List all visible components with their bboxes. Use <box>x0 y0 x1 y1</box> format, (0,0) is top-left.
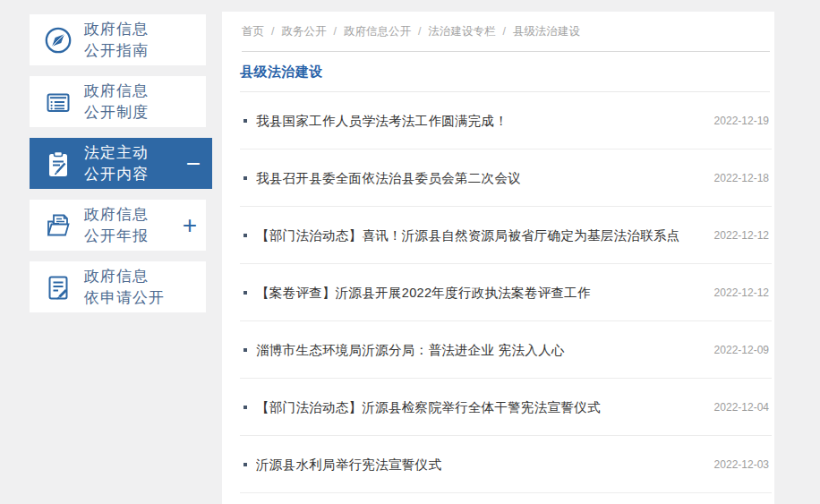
article-row[interactable]: 【部门法治动态】沂源县检察院举行全体干警宪法宣誓仪式 2022-12-04 <box>222 379 774 436</box>
page-title-row: 县级法治建设 <box>240 52 770 92</box>
article-title[interactable]: 我县国家工作人员学法考法工作圆满完成！ <box>256 113 702 130</box>
breadcrumb: 首页 / 政务公开 / 政府信息公开 / 法治建设专栏 / 县级法治建设 <box>242 12 770 52</box>
breadcrumb-item-home[interactable]: 首页 <box>242 24 264 39</box>
breadcrumb-separator: / <box>418 25 421 38</box>
collapse-toggle[interactable]: − <box>186 151 201 176</box>
bullet-icon <box>243 348 247 352</box>
article-row[interactable]: 沂源县水利局举行宪法宣誓仪式 2022-12-03 <box>222 436 774 493</box>
article-row[interactable]: 我县国家工作人员学法考法工作圆满完成！ 2022-12-19 <box>222 92 774 149</box>
breadcrumb-separator: / <box>333 25 336 38</box>
breadcrumb-item-gov-info[interactable]: 政府信息公开 <box>344 24 411 39</box>
page-title: 县级法治建设 <box>240 64 323 81</box>
sidebar-item-annual-report[interactable]: 政府信息 公开年报 + <box>30 200 206 251</box>
sidebar-item-system[interactable]: 政府信息 公开制度 <box>30 76 206 127</box>
bullet-icon <box>243 291 247 295</box>
sidebar-item-label: 政府信息 依申请公开 <box>84 266 165 309</box>
article-title[interactable]: 沂源县水利局举行宪法宣誓仪式 <box>256 457 702 474</box>
breadcrumb-separator: / <box>271 25 274 38</box>
article-date: 2022-12-12 <box>714 229 769 242</box>
sidebar-item-label: 政府信息 公开指南 <box>84 19 149 62</box>
article-date: 2022-12-19 <box>714 115 769 127</box>
article-row[interactable]: 淄博市生态环境局沂源分局：普法进企业 宪法入人心 2022-12-09 <box>222 321 774 379</box>
sidebar-item-application-disclosure[interactable]: 政府信息 依申请公开 <box>30 261 206 312</box>
bullet-icon <box>243 119 247 123</box>
article-date: 2022-12-03 <box>714 458 769 471</box>
breadcrumb-item-gov-affairs[interactable]: 政务公开 <box>281 24 326 39</box>
breadcrumb-item-rule-of-law[interactable]: 法治建设专栏 <box>428 24 495 39</box>
article-date: 2022-12-18 <box>714 172 769 184</box>
list-document-icon <box>40 84 76 120</box>
sidebar-item-guide[interactable]: 政府信息 公开指南 <box>30 14 206 65</box>
article-date: 2022-12-09 <box>714 344 769 356</box>
article-title[interactable]: 淄博市生态环境局沂源分局：普法进企业 宪法入人心 <box>256 342 702 359</box>
article-title[interactable]: 【案卷评查】沂源县开展2022年度行政执法案卷评查工作 <box>256 285 702 302</box>
clipboard-pen-icon <box>40 146 76 182</box>
article-title[interactable]: 【部门法治动态】沂源县检察院举行全体干警宪法宣誓仪式 <box>256 399 702 416</box>
sidebar-item-active-disclosure[interactable]: 法定主动 公开内容 − <box>30 138 212 189</box>
sidebar-item-label: 政府信息 公开年报 <box>84 204 149 247</box>
document-pen-icon <box>40 269 76 305</box>
breadcrumb-separator: / <box>502 25 505 38</box>
article-title[interactable]: 我县召开县委全面依法治县委员会第二次会议 <box>256 170 702 187</box>
bullet-icon <box>243 176 247 180</box>
article-row[interactable]: 【案卷评查】沂源县开展2022年度行政执法案卷评查工作 2022-12-12 <box>222 264 774 321</box>
article-date: 2022-12-04 <box>714 401 769 414</box>
sidebar-item-label: 法定主动 公开内容 <box>84 142 149 185</box>
article-date: 2022-12-12 <box>714 286 769 299</box>
article-row[interactable]: 我县召开县委全面依法治县委员会第二次会议 2022-12-18 <box>222 149 774 207</box>
article-title[interactable]: 【部门法治动态】喜讯！沂源县自然资源局被省厅确定为基层法治联系点 <box>256 227 702 244</box>
bullet-icon <box>243 406 247 409</box>
bullet-icon <box>243 234 247 237</box>
sidebar: 政府信息 公开指南 政府信息 公开制度 <box>30 14 212 323</box>
compass-icon <box>40 22 76 58</box>
article-list: 我县国家工作人员学法考法工作圆满完成！ 2022-12-19 我县召开县委全面依… <box>222 92 774 493</box>
article-row[interactable]: 【部门法治动态】喜讯！沂源县自然资源局被省厅确定为基层法治联系点 2022-12… <box>222 207 774 264</box>
sidebar-item-label: 政府信息 公开制度 <box>84 81 149 124</box>
breadcrumb-item-current: 县级法治建设 <box>513 24 580 39</box>
folder-document-icon <box>40 208 76 243</box>
expand-toggle[interactable]: + <box>183 213 197 238</box>
content-panel: 首页 / 政务公开 / 政府信息公开 / 法治建设专栏 / 县级法治建设 县级法… <box>222 12 774 504</box>
bullet-icon <box>243 463 247 466</box>
